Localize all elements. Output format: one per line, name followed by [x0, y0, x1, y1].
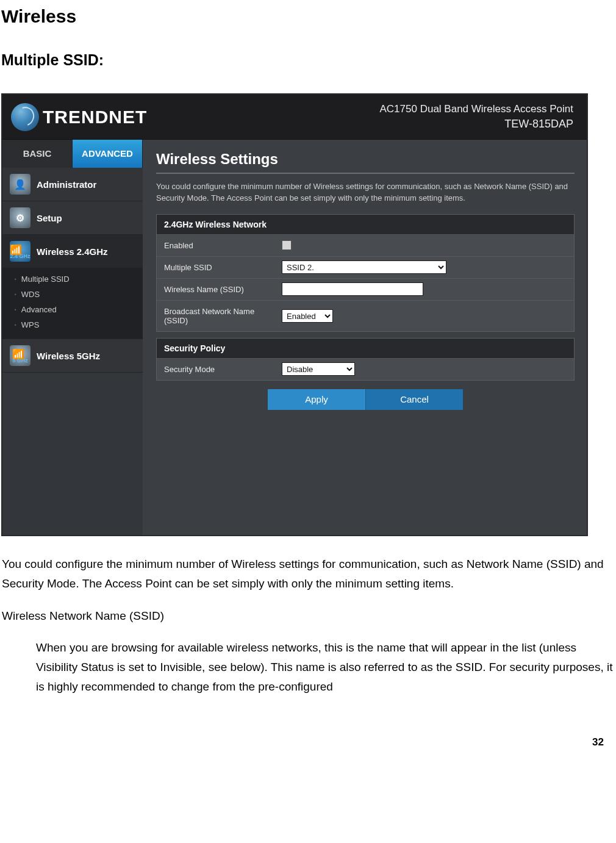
page-heading: Wireless [1, 6, 616, 27]
panel-header: Security Policy [157, 339, 574, 359]
field-row-multiple-ssid: Multiple SSID SSID 2. [157, 257, 574, 279]
product-name: AC1750 Dual Band Wireless Access Point T… [380, 102, 574, 132]
main-content: Wireless Settings You could configure th… [143, 140, 587, 535]
submenu-wds[interactable]: WDS [2, 287, 143, 302]
sidebar-item-label: Administrator [37, 179, 96, 190]
field-row-wireless-name: Wireless Name (SSID) [157, 279, 574, 301]
top-bar: TRENDNET AC1750 Dual Band Wireless Acces… [2, 95, 587, 140]
sidebar-item-wireless-24[interactable]: 📶2.4 GHz Wireless 2.4GHz [2, 235, 143, 268]
wifi-icon: 📶5 GHz [10, 345, 30, 366]
panel-security-policy: Security Policy Security Mode Disable [156, 338, 575, 381]
document-body-text: You could configure the minimum number o… [2, 554, 614, 697]
wireless-name-input[interactable] [282, 282, 423, 296]
page-number: 32 [592, 736, 604, 748]
product-model: TEW-815DAP [380, 117, 574, 132]
multiple-ssid-select[interactable]: SSID 2. [282, 260, 446, 274]
brand-name: TRENDNET [43, 107, 147, 127]
brand-logo: TRENDNET [11, 103, 147, 131]
tab-row: BASIC ADVANCED [2, 140, 143, 168]
product-line1: AC1750 Dual Band Wireless Access Point [380, 102, 574, 117]
doc-paragraph: You could configure the minimum number o… [2, 554, 614, 594]
field-label: Enabled [157, 235, 276, 256]
globe-icon [11, 103, 39, 131]
field-label: Wireless Name (SSID) [157, 279, 276, 300]
submenu-wireless-24: Multiple SSID WDS Advanced WPS [2, 268, 143, 339]
tab-advanced[interactable]: ADVANCED [73, 140, 143, 168]
sidebar-item-setup[interactable]: ⚙ Setup [2, 201, 143, 234]
definition-term: Wireless Network Name (SSID) [2, 606, 614, 626]
page-description: You could configure the minimum number o… [156, 181, 575, 204]
security-mode-select[interactable]: Disable [282, 362, 355, 376]
user-wrench-icon: 👤 [10, 174, 30, 195]
enabled-checkbox[interactable] [282, 240, 292, 250]
submenu-multiple-ssid[interactable]: Multiple SSID [2, 271, 143, 287]
field-label: Security Mode [157, 359, 276, 380]
cancel-button[interactable]: Cancel [365, 389, 463, 410]
button-row: Apply Cancel [156, 389, 575, 410]
field-row-enabled: Enabled [157, 235, 574, 257]
panel-header: 2.4GHz Wireless Network [157, 215, 574, 235]
definition-body: When you are browsing for available wire… [36, 638, 614, 697]
panel-wireless-network: 2.4GHz Wireless Network Enabled Multiple… [156, 214, 575, 332]
sidebar-item-wireless-5[interactable]: 📶5 GHz Wireless 5GHz [2, 339, 143, 372]
wifi-icon: 📶2.4 GHz [10, 241, 30, 262]
page-subheading: Multiple SSID: [1, 51, 616, 69]
field-label: Broadcast Network Name (SSID) [157, 301, 276, 331]
gear-icon: ⚙ [10, 207, 30, 228]
submenu-advanced[interactable]: Advanced [2, 302, 143, 317]
sidebar-item-label: Wireless 5GHz [37, 351, 100, 361]
tab-basic[interactable]: BASIC [2, 140, 73, 168]
sidebar-item-label: Wireless 2.4GHz [37, 246, 108, 257]
sidebar-item-administrator[interactable]: 👤 Administrator [2, 168, 143, 201]
broadcast-select[interactable]: Enabled [282, 309, 333, 323]
router-ui-screenshot: TRENDNET AC1750 Dual Band Wireless Acces… [1, 93, 588, 536]
submenu-wps[interactable]: WPS [2, 317, 143, 332]
field-row-broadcast: Broadcast Network Name (SSID) Enabled [157, 301, 574, 331]
sidebar-item-label: Setup [37, 213, 62, 223]
field-row-security-mode: Security Mode Disable [157, 359, 574, 380]
page-title: Wireless Settings [156, 151, 575, 174]
field-label: Multiple SSID [157, 257, 276, 278]
apply-button[interactable]: Apply [268, 389, 365, 410]
sidebar: BASIC ADVANCED 👤 Administrator ⚙ Setup [2, 140, 143, 535]
